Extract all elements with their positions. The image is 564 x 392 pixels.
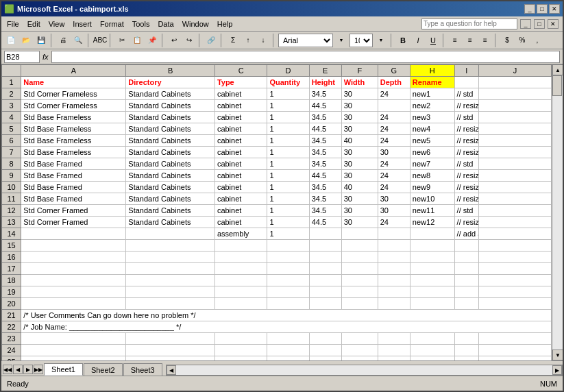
cell-A3[interactable]: Std Corner Frameless: [21, 100, 126, 112]
cell-A10[interactable]: Std Base Framed: [21, 182, 126, 193]
col-header-H[interactable]: H: [410, 65, 454, 77]
cell-J2[interactable]: [478, 88, 551, 100]
row-num-15[interactable]: 15: [2, 240, 21, 252]
cell-D14[interactable]: 1: [267, 228, 309, 240]
row-num-20[interactable]: 20: [2, 298, 21, 310]
cell-J9[interactable]: [478, 170, 551, 182]
cell-J6[interactable]: [478, 135, 551, 147]
cell-C13[interactable]: cabinet: [214, 217, 267, 228]
menu-file[interactable]: File: [3, 19, 23, 29]
cell-H8[interactable]: new7: [410, 158, 454, 170]
cell-D12[interactable]: 1: [267, 205, 309, 217]
cell-J8[interactable]: [478, 158, 551, 170]
cell-B14[interactable]: [126, 228, 215, 240]
cell-A6[interactable]: Std Base Frameless: [21, 135, 126, 147]
cell-G14[interactable]: [378, 228, 410, 240]
sheet-tab-sheet3[interactable]: Sheet3: [123, 363, 162, 376]
align-right-button[interactable]: ≡: [478, 34, 492, 47]
help-search[interactable]: [421, 19, 517, 29]
cell-I10[interactable]: // resize width: [454, 182, 478, 193]
redo-button[interactable]: ↪: [182, 34, 196, 47]
cell-F1[interactable]: Width: [341, 77, 378, 88]
italic-button[interactable]: I: [411, 34, 425, 47]
cell-F5[interactable]: 30: [341, 123, 378, 135]
cell-C5[interactable]: cabinet: [214, 123, 267, 135]
cell-A11[interactable]: Std Base Framed: [21, 193, 126, 205]
cell-E1[interactable]: Height: [309, 77, 341, 88]
menu-help[interactable]: Help: [213, 19, 237, 29]
row-num-1[interactable]: 1: [2, 77, 21, 88]
scroll-thumb-v[interactable]: [552, 75, 562, 96]
horizontal-scrollbar[interactable]: ◀ ▶: [166, 365, 563, 376]
row-num-23[interactable]: 23: [2, 333, 21, 345]
row-num-2[interactable]: 2: [2, 88, 21, 100]
row-num-19[interactable]: 19: [2, 286, 21, 298]
cell-C8[interactable]: cabinet: [214, 158, 267, 170]
scroll-left-button[interactable]: ◀: [167, 365, 176, 375]
cell-H10[interactable]: new9: [410, 182, 454, 193]
cell-B6[interactable]: Standard Cabinets: [126, 135, 215, 147]
cell-F8[interactable]: 30: [341, 158, 378, 170]
cell-H7[interactable]: new6: [410, 147, 454, 158]
cell-B10[interactable]: Standard Cabinets: [126, 182, 215, 193]
row-num-14[interactable]: 14: [2, 228, 21, 240]
cell-H4[interactable]: new3: [410, 112, 454, 123]
sort-desc-button[interactable]: ↓: [256, 34, 270, 47]
cell-C14[interactable]: assembly: [214, 228, 267, 240]
close-button[interactable]: ✕: [549, 4, 560, 14]
cell-I13[interactable]: // resize height: [454, 217, 478, 228]
cell-F9[interactable]: 30: [341, 170, 378, 182]
cell-J13[interactable]: [478, 217, 551, 228]
menu-insert[interactable]: Insert: [69, 19, 96, 29]
menu-format[interactable]: Format: [96, 19, 128, 29]
cell-B4[interactable]: Standard Cabinets: [126, 112, 215, 123]
cell-J12[interactable]: [478, 205, 551, 217]
cell-C3[interactable]: cabinet: [214, 100, 267, 112]
cell-J10[interactable]: [478, 182, 551, 193]
menu-tools[interactable]: Tools: [128, 19, 154, 29]
currency-button[interactable]: $: [500, 34, 514, 47]
cell-C2[interactable]: cabinet: [214, 88, 267, 100]
cell-E8[interactable]: 34.5: [309, 158, 341, 170]
cell-I1[interactable]: [454, 77, 478, 88]
cell-A9[interactable]: Std Base Framed: [21, 170, 126, 182]
cell-A22[interactable]: /* Job Name: _________________________ *…: [21, 321, 552, 333]
col-header-F[interactable]: F: [341, 65, 378, 77]
cell-H2[interactable]: new1: [410, 88, 454, 100]
cell-F10[interactable]: 40: [341, 182, 378, 193]
font-select[interactable]: Arial: [278, 34, 333, 47]
cell-D1[interactable]: Quantity: [267, 77, 309, 88]
cell-G10[interactable]: 24: [378, 182, 410, 193]
cell-E14[interactable]: [309, 228, 341, 240]
row-num-17[interactable]: 17: [2, 263, 21, 275]
cell-A8[interactable]: Std Base Framed: [21, 158, 126, 170]
align-center-button[interactable]: ≡: [463, 34, 477, 47]
menu-window[interactable]: Window: [178, 19, 213, 29]
menu-view[interactable]: View: [45, 19, 69, 29]
hyperlink-button[interactable]: 🔗: [204, 34, 218, 47]
cell-G7[interactable]: 30: [378, 147, 410, 158]
row-num-13[interactable]: 13: [2, 217, 21, 228]
cell-I4[interactable]: // std: [454, 112, 478, 123]
row-num-18[interactable]: 18: [2, 275, 21, 286]
cell-C10[interactable]: cabinet: [214, 182, 267, 193]
cell-D9[interactable]: 1: [267, 170, 309, 182]
cell-D7[interactable]: 1: [267, 147, 309, 158]
cell-H11[interactable]: new10: [410, 193, 454, 205]
cell-E9[interactable]: 44.5: [309, 170, 341, 182]
cell-B8[interactable]: Standard Cabinets: [126, 158, 215, 170]
cell-B1[interactable]: Directory: [126, 77, 215, 88]
cell-E6[interactable]: 34.5: [309, 135, 341, 147]
cell-H5[interactable]: new4: [410, 123, 454, 135]
tab-next-button[interactable]: ▶▶: [34, 365, 43, 374]
cut-button[interactable]: ✂: [115, 34, 129, 47]
cell-H13[interactable]: new12: [410, 217, 454, 228]
cell-E4[interactable]: 34.5: [309, 112, 341, 123]
col-header-E[interactable]: E: [309, 65, 341, 77]
cell-F6[interactable]: 40: [341, 135, 378, 147]
cell-H6[interactable]: new5: [410, 135, 454, 147]
cell-F4[interactable]: 30: [341, 112, 378, 123]
cell-J1[interactable]: [478, 77, 551, 88]
cell-C11[interactable]: cabinet: [214, 193, 267, 205]
cell-C7[interactable]: cabinet: [214, 147, 267, 158]
